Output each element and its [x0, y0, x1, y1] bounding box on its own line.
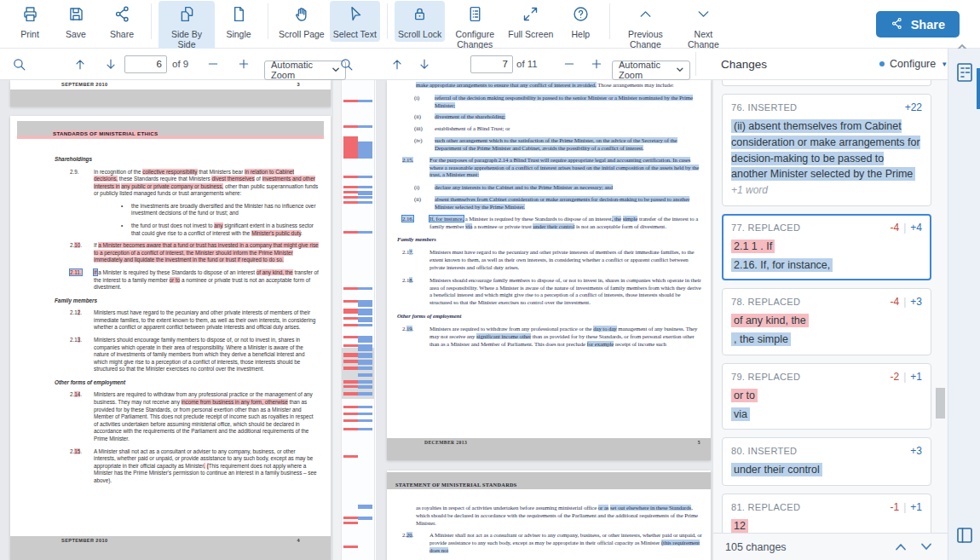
minimap-deletion-mark[interactable]: [343, 191, 358, 193]
minimap-deletion-mark[interactable]: [343, 367, 358, 370]
minimap-insertion-mark[interactable]: [358, 196, 372, 199]
minimap-deletion-mark[interactable]: [343, 231, 358, 234]
select-text-button[interactable]: Select Text: [330, 1, 380, 42]
minimap-insertion-mark[interactable]: [358, 125, 372, 128]
minimap-deletion-mark[interactable]: [343, 136, 358, 159]
minimap-deletion-mark[interactable]: [343, 186, 358, 188]
change-highlight[interactable]: For the purposes of paragraph 2.14 a Bli…: [429, 157, 699, 178]
minimap-insertion-mark[interactable]: [358, 380, 372, 384]
next-change-chevron-icon[interactable]: [914, 537, 939, 557]
minimap-deletion-mark[interactable]: [343, 517, 358, 519]
change-highlight[interactable]: , the: [612, 216, 621, 222]
change-highlight[interactable]: make appropriate arrangements to ensure …: [416, 82, 597, 88]
minimap-insertion-mark[interactable]: [358, 385, 372, 389]
left-page-input[interactable]: [124, 55, 167, 73]
minimap-insertion-mark[interactable]: [358, 344, 372, 351]
change-highlight[interactable]: referral of the decision making responsi…: [435, 95, 693, 108]
left-zoom-select[interactable]: Automatic Zoom: [264, 61, 346, 80]
left-pane-scrollbar[interactable]: [332, 80, 341, 560]
minimap-deletion-mark[interactable]: [343, 196, 358, 199]
right-search-icon[interactable]: [339, 49, 354, 79]
side-by-side-button[interactable]: Side By Side: [159, 1, 215, 53]
minimap-deletion-mark[interactable]: [343, 353, 358, 357]
change-highlight[interactable]: for example: [587, 341, 614, 347]
change-minimap[interactable]: [341, 80, 375, 560]
minimap-deletion-mark[interactable]: [343, 406, 358, 408]
left-page-up-icon[interactable]: [73, 49, 87, 79]
toggle-panel-icon[interactable]: [954, 524, 975, 546]
minimap-deletion-mark[interactable]: [343, 385, 358, 388]
minimap-deletion-mark[interactable]: [343, 176, 358, 178]
minimap-insertion-mark[interactable]: [358, 353, 372, 358]
print-button[interactable]: Print: [8, 1, 52, 42]
minimap-deletion-mark[interactable]: [343, 419, 358, 422]
previous-change-chevron-icon[interactable]: [888, 537, 914, 557]
minimap-deletion-mark[interactable]: [343, 100, 358, 102]
left-zoom-in-icon[interactable]: [237, 49, 251, 79]
change-highlight[interactable]: of any kind, the: [257, 269, 293, 275]
next-change-button[interactable]: Next Change: [675, 1, 731, 53]
changes-scrollbar-thumb[interactable]: [936, 388, 945, 419]
change-highlight[interactable]: to a perception of a conflict of interes…: [94, 250, 293, 256]
minimap-deletion-mark[interactable]: [343, 309, 358, 314]
left-document-pane[interactable]: SEPTEMBER 2010 3 STANDARDS OF MINISTERIA…: [0, 80, 341, 560]
change-card[interactable]: 81. REPLACED-1|+11217: [722, 494, 931, 533]
change-card[interactable]: 78. REPLACED-4|+3 of any kind, the, the …: [722, 288, 931, 355]
right-page-up-icon[interactable]: [390, 49, 404, 79]
minimap-deletion-mark[interactable]: [343, 546, 358, 548]
right-document-pane[interactable]: make appropriate arrangements to ensure …: [376, 80, 712, 560]
minimap-insertion-mark[interactable]: [358, 324, 372, 326]
change-highlight[interactable]: declare any interests to the Cabinet and…: [435, 184, 613, 190]
right-zoom-out-icon[interactable]: [562, 49, 576, 79]
change-highlight[interactable]: immediately and liquidate the investment…: [94, 257, 284, 263]
minimap-deletion-mark[interactable]: [343, 125, 358, 128]
full-screen-button[interactable]: Full Screen: [504, 1, 556, 42]
minimap-insertion-mark[interactable]: [358, 100, 372, 102]
minimap-deletion-mark[interactable]: [343, 317, 358, 320]
minimap-insertion-mark[interactable]: [358, 360, 372, 365]
change-highlight[interactable]: set out elsewhere in these Standards: [610, 505, 691, 511]
minimap-insertion-mark[interactable]: [358, 336, 372, 343]
single-button[interactable]: Single: [216, 1, 261, 42]
left-zoom-out-icon[interactable]: [206, 49, 220, 79]
minimap-insertion-mark[interactable]: [358, 406, 372, 408]
right-zoom-select[interactable]: Automatic Zoom: [612, 61, 690, 80]
change-highlight[interactable]: significant income other: [476, 333, 531, 339]
minimap-insertion-mark[interactable]: [358, 141, 372, 159]
scroll-lock-button[interactable]: Scroll Lock: [395, 1, 445, 42]
minimap-insertion-mark[interactable]: [358, 373, 372, 377]
minimap-insertion-mark[interactable]: [358, 367, 372, 370]
change-card[interactable]: 76. INSERTED+22(ii) absent themselves fr…: [722, 94, 931, 206]
minimap-deletion-mark[interactable]: [343, 380, 358, 384]
change-highlight[interactable]: 2.11.: [70, 269, 82, 275]
minimap-insertion-mark[interactable]: [358, 517, 372, 520]
minimap-deletion-mark[interactable]: [343, 455, 358, 458]
change-highlight[interactable]: any: [214, 222, 222, 228]
change-highlight[interactable]: income from business in any form, otherw…: [182, 399, 288, 405]
change-highlight[interactable]: divest themselves: [211, 176, 254, 182]
scroll-page-button[interactable]: Scroll Page: [275, 1, 328, 42]
left-search-icon[interactable]: [12, 49, 26, 79]
change-highlight[interactable]: a Minister becomes aware that a fund or …: [98, 242, 318, 248]
minimap-deletion-mark[interactable]: [343, 324, 358, 326]
change-highlight[interactable]: such other arrangement which to the sati…: [435, 137, 677, 151]
change-card-partial[interactable]: [722, 80, 931, 86]
change-highlight[interactable]: 2.15.: [402, 157, 413, 163]
change-summary-icon[interactable]: [954, 61, 975, 84]
configure-dropdown[interactable]: Configure ▼: [879, 49, 948, 79]
minimap-deletion-mark[interactable]: [343, 360, 358, 363]
minimap-insertion-mark[interactable]: [358, 287, 372, 290]
minimap-insertion-mark[interactable]: [358, 231, 372, 234]
change-highlight[interactable]: 19: [406, 326, 412, 332]
change-highlight[interactable]: 2.16.: [402, 216, 413, 222]
change-highlight[interactable]: divestment of the shareholding;: [435, 113, 505, 119]
minimap-insertion-mark[interactable]: [358, 176, 372, 178]
right-page-down-icon[interactable]: [418, 49, 431, 79]
minimap-deletion-mark[interactable]: [343, 201, 358, 204]
configure-changes-button[interactable]: Configure Changes: [447, 1, 503, 53]
change-highlight[interactable]: responsibility: [164, 169, 197, 175]
change-highlight[interactable]: simple: [623, 216, 638, 222]
minimap-insertion-mark[interactable]: [358, 392, 372, 395]
minimap-insertion-mark[interactable]: [358, 505, 372, 509]
change-highlight[interactable]: 20: [406, 532, 412, 538]
